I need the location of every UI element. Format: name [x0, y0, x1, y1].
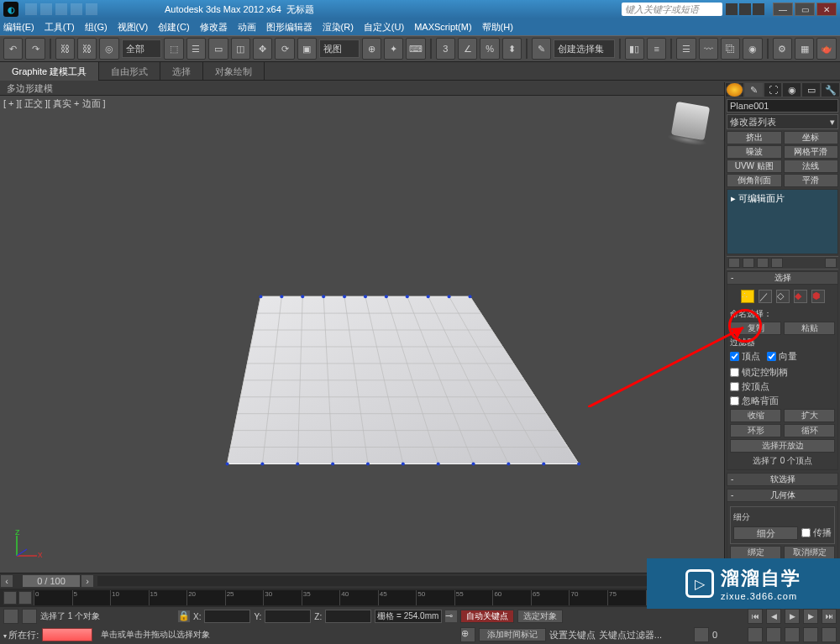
bind-button[interactable]: 绑定	[730, 546, 781, 559]
chk-vector[interactable]: 向量	[767, 350, 797, 363]
plane-geometry[interactable]	[0, 96, 724, 573]
btn-extrude[interactable]: 挤出	[727, 131, 782, 144]
render-setup[interactable]: ⚙	[773, 38, 792, 60]
star-icon[interactable]	[739, 3, 751, 15]
help-search[interactable]: 键入关键字或短语	[622, 3, 722, 16]
btn-smooth[interactable]: 平滑	[784, 174, 839, 187]
btn-normal[interactable]: 法线	[784, 160, 839, 173]
chk-lockhandles[interactable]: 锁定控制柄	[730, 366, 835, 379]
manipulate-button[interactable]: ✦	[384, 38, 403, 60]
layer-manager[interactable]: ☰	[676, 38, 696, 60]
y-field[interactable]	[265, 610, 311, 623]
unbind-button[interactable]: 取消绑定	[784, 546, 835, 559]
menu-grapheditors[interactable]: 图形编辑器	[266, 21, 312, 34]
edit-named-sel[interactable]: ✎	[532, 38, 551, 60]
menu-modifiers[interactable]: 修改器	[200, 21, 228, 34]
add-time-tag[interactable]: 添加时间标记	[479, 628, 546, 641]
keyboard-shortcut[interactable]: ⌨	[406, 38, 425, 60]
btn-meshsmooth[interactable]: 网格平滑	[784, 145, 839, 159]
rollout-selection-header[interactable]: 选择	[727, 271, 838, 285]
shrink-button[interactable]: 收缩	[730, 409, 781, 422]
select-name-button[interactable]: ☰	[186, 38, 206, 60]
selected-obj-button[interactable]: 选定对象	[517, 610, 563, 623]
rotate-button[interactable]: ⟳	[275, 38, 294, 60]
tab-utilities[interactable]: 🔧	[821, 82, 840, 97]
rollout-softsel-header[interactable]: 软选择	[727, 473, 838, 486]
menu-help[interactable]: 帮助(H)	[482, 21, 513, 34]
lock-selection-icon[interactable]: 🔒	[178, 610, 190, 622]
chk-vertex[interactable]: 顶点	[730, 350, 760, 363]
tab-modify[interactable]: ✎	[744, 82, 764, 97]
keyfilter-button[interactable]: 关键点过滤器...	[599, 629, 662, 641]
object-name-field[interactable]: Plane001	[727, 99, 838, 113]
close-button[interactable]: ✕	[816, 3, 837, 16]
chk-propagate[interactable]: 传播	[801, 526, 832, 539]
render-frame[interactable]: ▦	[795, 38, 814, 60]
z-field[interactable]	[325, 610, 371, 623]
time-config-icon[interactable]	[748, 627, 763, 642]
open-edges-button[interactable]: 选择开放边	[730, 439, 835, 453]
isolate-icon[interactable]	[694, 627, 709, 642]
material-editor[interactable]: ◉	[743, 38, 762, 60]
viewport-nav-icon[interactable]	[785, 627, 800, 642]
stack-editable-patch[interactable]: ▸可编辑面片	[729, 191, 836, 206]
qa-icon[interactable]	[40, 3, 52, 15]
subobj-edge[interactable]: ／	[759, 290, 772, 303]
curve-editor[interactable]: 〰	[699, 38, 718, 60]
x-field[interactable]	[204, 610, 250, 623]
btn-uvwmap[interactable]: UVW 贴图	[727, 160, 782, 173]
menu-edit[interactable]: 编辑(E)	[3, 21, 34, 34]
current-line[interactable]	[42, 628, 92, 641]
script-listener-icon[interactable]	[3, 609, 18, 624]
ribbon-tab-graphite[interactable]: Graphite 建模工具	[0, 62, 99, 81]
select-button[interactable]: ⬚	[164, 38, 183, 60]
play-button[interactable]: ▶	[785, 609, 800, 624]
app-logo[interactable]: ◐	[3, 2, 18, 17]
rollout-geom-header[interactable]: 几何体	[727, 489, 838, 502]
tab-create[interactable]	[725, 82, 744, 97]
viewport-nav-icon[interactable]	[766, 627, 781, 642]
time-next[interactable]: ›	[81, 574, 94, 588]
setkey-button[interactable]: 设置关键点	[549, 629, 596, 641]
schematic-view[interactable]: ⿻	[721, 38, 740, 60]
frame-field[interactable]: 0	[712, 630, 744, 640]
menu-animation[interactable]: 动画	[238, 21, 256, 34]
undo-button[interactable]: ↶	[3, 38, 23, 60]
help-icon[interactable]	[726, 3, 738, 15]
ribbon-tab-objpaint[interactable]: 对象绘制	[203, 62, 265, 81]
menu-rendering[interactable]: 渲染(R)	[323, 21, 354, 34]
qa-icon[interactable]	[86, 3, 97, 15]
bind-button[interactable]: ◎	[99, 38, 118, 60]
minimize-button[interactable]: —	[773, 3, 793, 16]
autokey-button[interactable]: 自动关键点	[460, 610, 514, 623]
angle-snap[interactable]: ∠	[458, 38, 477, 60]
chk-ignoreback[interactable]: 忽略背面	[730, 395, 835, 407]
window-crossing[interactable]: ◫	[231, 38, 250, 60]
subobj-vertex[interactable]: ∴	[741, 290, 754, 303]
modifier-stack[interactable]: ▸可编辑面片	[727, 189, 838, 254]
info-icon[interactable]	[753, 3, 764, 15]
move-button[interactable]: ✥	[253, 38, 272, 60]
mirror-button[interactable]: ▮▯	[625, 38, 644, 60]
selection-filter[interactable]: 全部	[122, 39, 161, 58]
trackbar-icon[interactable]	[3, 591, 17, 605]
script-icon[interactable]	[22, 609, 37, 624]
next-frame[interactable]: ▶	[803, 609, 818, 624]
time-tag-icon[interactable]: ⊕	[460, 627, 475, 642]
grow-button[interactable]: 扩大	[784, 409, 835, 422]
goto-start[interactable]: ⏮	[748, 609, 763, 624]
qa-icon[interactable]	[55, 3, 67, 15]
named-selection-sets[interactable]: 创建选择集	[554, 39, 614, 58]
pivot-button[interactable]: ⊕	[362, 38, 381, 60]
subobj-element[interactable]: ⬢	[811, 290, 825, 303]
render-button[interactable]: 🫖	[816, 38, 836, 60]
tab-hierarchy[interactable]: ⛶	[764, 82, 783, 97]
unlink-button[interactable]: ⛓	[77, 38, 97, 60]
trackbar-icon[interactable]	[18, 591, 32, 605]
configure-sets-icon[interactable]	[825, 258, 837, 268]
viewport-nav-icon[interactable]	[822, 627, 837, 642]
btn-coord[interactable]: 坐标	[784, 131, 839, 144]
make-unique-icon[interactable]	[757, 258, 769, 268]
key-icon[interactable]: ⊸	[445, 610, 457, 622]
select-region-rect[interactable]: ▭	[208, 38, 228, 60]
